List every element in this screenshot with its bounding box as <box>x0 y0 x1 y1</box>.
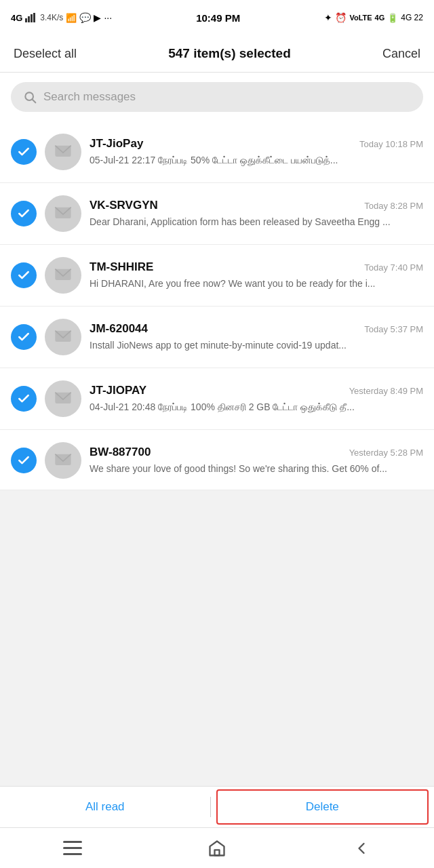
check-icon <box>17 145 31 159</box>
sender-name: JM-620044 <box>90 322 148 336</box>
checkbox-selected[interactable] <box>11 324 37 350</box>
bluetooth-icon: ✦ <box>324 12 332 23</box>
hamburger-icon <box>63 841 82 856</box>
message-preview: 05-Jul-21 22:17 நேரப்படி 50% டேட்டா ஒதுக… <box>90 154 423 167</box>
avatar <box>45 319 81 355</box>
search-icon <box>23 90 37 104</box>
delete-button[interactable]: Delete <box>216 789 429 825</box>
svg-rect-14 <box>63 853 82 855</box>
svg-rect-3 <box>33 13 35 22</box>
message-content: TM-SHHIRE Today 7:40 PM Hi DHARANI, Are … <box>90 260 423 291</box>
list-item[interactable]: JT-JIOPAY Yesterday 8:49 PM 04-Jul-21 20… <box>0 368 434 430</box>
checkbox-selected[interactable] <box>11 448 37 473</box>
sender-name: BW-887700 <box>90 446 151 459</box>
message-time: Today 10:18 PM <box>359 139 423 149</box>
status-left: 4G 3.4K/s 📶 💬 ▶ ··· <box>11 12 112 23</box>
youtube-icon: ▶ <box>94 12 101 23</box>
message-time: Today 8:28 PM <box>364 201 423 211</box>
deselect-all-button[interactable]: Deselect all <box>14 47 77 61</box>
check-icon <box>17 207 31 220</box>
message-preview: Dear Dharani, Application form has been … <box>90 216 423 229</box>
cancel-button[interactable]: Cancel <box>382 47 420 61</box>
message-preview: Hi DHARANI, Are you free now? We want yo… <box>90 277 423 291</box>
list-item[interactable]: TM-SHHIRE Today 7:40 PM Hi DHARANI, Are … <box>0 245 434 307</box>
message-avatar-icon <box>54 142 73 161</box>
call-icon: 📶 <box>66 13 77 23</box>
time-display: 10:49 PM <box>196 12 240 24</box>
check-icon <box>17 269 31 282</box>
search-box[interactable]: Search messages <box>11 82 423 112</box>
selected-count: 547 item(s) selected <box>168 46 291 61</box>
bottom-action-bar: All read Delete <box>0 786 434 827</box>
message-time: Today 5:37 PM <box>364 324 423 334</box>
message-avatar-icon <box>54 204 73 223</box>
checkbox-selected[interactable] <box>11 201 37 226</box>
svg-rect-2 <box>31 14 33 22</box>
svg-rect-12 <box>63 841 82 843</box>
search-placeholder: Search messages <box>43 90 136 104</box>
message-content: VK-SRVGYN Today 8:28 PM Dear Dharani, Ap… <box>90 199 423 229</box>
sender-name: JT-JioPay <box>90 137 143 151</box>
message-preview: We share your love of good things! So we… <box>90 462 423 476</box>
signal-icon <box>25 13 37 22</box>
list-item[interactable]: VK-SRVGYN Today 8:28 PM Dear Dharani, Ap… <box>0 183 434 245</box>
svg-line-5 <box>33 100 36 103</box>
message-avatar-icon <box>54 451 73 470</box>
menu-button[interactable] <box>52 835 93 862</box>
avatar <box>45 134 81 170</box>
sender-name: VK-SRVGYN <box>90 199 158 212</box>
message-time: Yesterday 8:49 PM <box>349 386 423 396</box>
list-item[interactable]: JM-620044 Today 5:37 PM Install JioNews … <box>0 307 434 368</box>
message-content: JT-JIOPAY Yesterday 8:49 PM 04-Jul-21 20… <box>90 384 423 414</box>
home-icon <box>208 839 226 858</box>
svg-rect-1 <box>28 16 30 22</box>
home-button[interactable] <box>197 835 237 862</box>
message-preview: 04-Jul-21 20:48 நேரப்படி 100% தினசரி 2 G… <box>90 401 423 414</box>
4g-icon: 4G <box>375 14 385 22</box>
checkbox-selected[interactable] <box>11 139 37 165</box>
message-time: Yesterday 5:28 PM <box>349 448 423 458</box>
back-icon <box>352 839 371 858</box>
status-bar: 4G 3.4K/s 📶 💬 ▶ ··· 10:49 PM ✦ ⏰ VoLTE 4… <box>0 0 434 35</box>
back-button[interactable] <box>341 835 382 862</box>
list-item[interactable]: JT-JioPay Today 10:18 PM 05-Jul-21 22:17… <box>0 121 434 183</box>
message-preview: Install JioNews app to get minute-by-min… <box>90 339 423 353</box>
battery-icon: 🔋 <box>387 13 398 23</box>
divider <box>210 797 211 817</box>
volte-icon: VoLTE <box>349 14 372 22</box>
svg-rect-13 <box>63 847 82 849</box>
action-bar: Deselect all 547 item(s) selected Cancel <box>0 35 434 73</box>
message-content: JM-620044 Today 5:37 PM Install JioNews … <box>90 322 423 353</box>
check-icon <box>17 392 31 406</box>
avatar <box>45 442 81 479</box>
battery-level: 4G 22 <box>401 13 423 22</box>
check-icon <box>17 454 31 467</box>
message-time: Today 7:40 PM <box>364 262 423 273</box>
all-read-button[interactable]: All read <box>0 788 210 826</box>
message-avatar-icon <box>54 328 73 347</box>
svg-rect-0 <box>25 18 27 22</box>
avatar <box>45 380 81 417</box>
speed-info: 3.4K/s <box>40 13 63 22</box>
avatar <box>45 257 81 294</box>
dots-icon: ··· <box>104 12 112 23</box>
avatar <box>45 195 81 232</box>
search-container: Search messages <box>0 73 434 121</box>
whatsapp-icon: 💬 <box>79 12 91 23</box>
message-avatar-icon <box>54 266 73 285</box>
sender-name: JT-JIOPAY <box>90 384 146 397</box>
checkbox-selected[interactable] <box>11 386 37 412</box>
message-content: JT-JioPay Today 10:18 PM 05-Jul-21 22:17… <box>90 137 423 167</box>
check-icon <box>17 330 31 344</box>
alarm-icon: ⏰ <box>335 12 347 23</box>
network-info: 4G <box>11 13 22 23</box>
svg-rect-15 <box>214 850 219 855</box>
checkbox-selected[interactable] <box>11 262 37 288</box>
sender-name: TM-SHHIRE <box>90 260 153 274</box>
list-item[interactable]: BW-887700 Yesterday 5:28 PM We share you… <box>0 430 434 490</box>
status-right: ✦ ⏰ VoLTE 4G 🔋 4G 22 <box>324 12 423 23</box>
message-avatar-icon <box>54 389 73 408</box>
message-content: BW-887700 Yesterday 5:28 PM We share you… <box>90 446 423 476</box>
message-list: JT-JioPay Today 10:18 PM 05-Jul-21 22:17… <box>0 121 434 490</box>
nav-bar <box>0 827 434 868</box>
